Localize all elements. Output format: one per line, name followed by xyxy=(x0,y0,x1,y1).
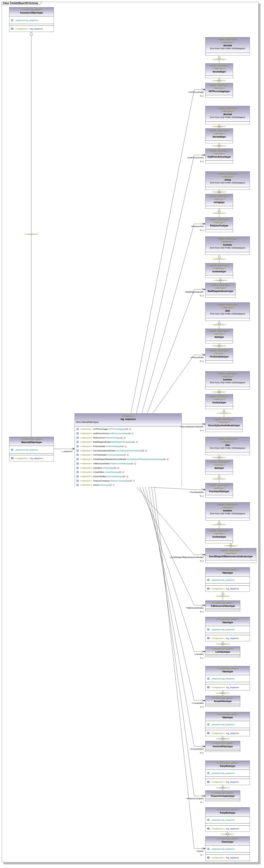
association-diamond xyxy=(203,554,205,556)
element-multiplicity: [0..1] xyxy=(124,454,129,456)
class-invoicedvaluetype[interactable]: <<complexType, global>>InvoicedValuetype xyxy=(205,741,240,752)
class-firstusedatetype[interactable]: <<global, simpleType>><<dataType>>FirstU… xyxy=(205,348,233,363)
class-insuranceobjecttype[interactable]: <<complexType, global>> InsuranceObjectt… xyxy=(9,7,54,32)
operation-stereotype: <<sequence>> xyxy=(211,686,225,688)
class-header: <<global, simpleType>><<dataType>>FirstU… xyxy=(205,348,233,360)
class-stringtype[interactable]: <<global, simpleType>><<dataType>>string… xyxy=(205,194,233,209)
class-badshapeindicatortype[interactable]: <<global, simpleType>><<dataType>>BadSha… xyxy=(205,283,236,298)
stereotype-label: <<global, simpleType>> xyxy=(205,461,233,464)
class-header: <<global, simpleType>><<dataType>>GoodSh… xyxy=(205,548,256,560)
class-mg-sequence[interactable]: <<sequence>> mg_sequence (from MaterialO… xyxy=(75,413,182,486)
class-name: Valuetype xyxy=(205,716,250,719)
class-datetype[interactable]: <<global, simpleType>><<dataType>>datety… xyxy=(205,460,233,474)
element-name: Owner xyxy=(93,484,99,486)
class-boolean[interactable]: <<global, simpleType>><<dataType>>boolea… xyxy=(205,237,250,255)
class-goodshapeofmaintenanceindicatortype[interactable]: <<global, simpleType>><<dataType>>GoodSh… xyxy=(205,548,256,563)
relation-label: <<restriction>> xyxy=(212,125,226,128)
stereotype-label: <<complexType, global>> xyxy=(205,618,250,621)
empty-compartment xyxy=(9,453,54,455)
operation-compartment xyxy=(205,656,240,657)
class-date[interactable]: <<global, simpleType>><<dataType>>date(f… xyxy=(205,437,250,455)
attribute-icon xyxy=(207,772,209,774)
element-multiplicity: [0..1] xyxy=(124,475,128,477)
class-purchasedatetype[interactable]: <<global, simpleType>><<dataType>>Purcha… xyxy=(205,483,233,498)
stereotype-label: <<dataType>> xyxy=(205,110,250,113)
class-tobeinsuredvaluetype[interactable]: <<complexType, global>>ToBeInsuredValuet… xyxy=(205,600,240,612)
class-financecompanytype[interactable]: <<complexType, global>>FinanceCompanytyp… xyxy=(205,790,240,801)
class-header: <<global, simpleType>><<dataType>>decima… xyxy=(205,129,233,141)
empty-compartment xyxy=(205,95,233,98)
association-label: +ListValue xyxy=(149,653,204,655)
class-date[interactable]: <<global, simpleType>><<dataType>>date(f… xyxy=(205,303,250,321)
attribute-text: _sequence:mg_sequence xyxy=(211,628,235,631)
class-name: booleantype xyxy=(205,535,233,538)
class-vatpercentagetype[interactable]: <<global, simpleType>><<dataType>>VATPer… xyxy=(205,83,233,98)
class-decimaltype[interactable]: <<global, simpleType>><<dataType>>decima… xyxy=(205,63,233,78)
empty-compartment xyxy=(205,633,250,635)
class-partyroletype[interactable]: <<complexType, global>>PartyRoletype_seq… xyxy=(205,807,250,832)
operations-icon xyxy=(207,781,209,783)
class-actualvaluetype[interactable]: <<complexType, global>>ActualValuetype xyxy=(205,696,240,707)
association-diamond xyxy=(203,848,205,849)
element-icon xyxy=(76,454,78,456)
element-type: FinanceCompanytype xyxy=(110,479,130,482)
class-decimal[interactable]: <<global, simpleType>><<dataType>>decima… xyxy=(205,37,250,56)
element-multiplicity: [0..1] xyxy=(121,436,125,439)
class-name: mg_sequence xyxy=(75,417,182,421)
class-decimaltype[interactable]: <<global, simpleType>><<dataType>>decima… xyxy=(205,128,233,143)
class-header: <<complexType, global>>PartyRoletype xyxy=(205,761,250,770)
attribute-icon xyxy=(207,848,209,850)
stereotype-label: <<global, simpleType>> xyxy=(205,304,250,306)
element-icon xyxy=(76,450,78,452)
class-boolean[interactable]: <<global, simpleType>><<dataType>>boolea… xyxy=(205,371,250,390)
class-ownertype[interactable]: <<complexType, global>>Ownertype_sequenc… xyxy=(205,836,250,861)
attribute-text: _sequence:mg_sequence xyxy=(14,19,38,22)
association-diamond xyxy=(203,354,205,356)
class-listvaluetype[interactable]: <<complexType, global>>ListValuetype xyxy=(205,646,240,657)
class-datetype[interactable]: <<global, simpleType>><<dataType>>datety… xyxy=(205,329,233,343)
stereotype-label: <<dataType>> xyxy=(205,287,235,289)
class-materialobjecttype[interactable]: <<complexType, global>> MaterialObjectty… xyxy=(9,437,54,461)
from-label: (from Root::XSD Profile::XSDDatatypes) xyxy=(205,116,250,119)
class-partyroletype[interactable]: <<complexType, global>>PartyRoletype_seq… xyxy=(205,761,250,785)
operation-compartment: <<sequence>>mg_sequence xyxy=(205,779,250,785)
generalization-arrowhead xyxy=(223,409,225,412)
class-valuetype[interactable]: <<complexType, global>>Valuetype_sequenc… xyxy=(205,617,250,641)
stereotype-label: <<global, simpleType>> xyxy=(205,372,250,375)
relation-label: <<extension>> xyxy=(216,692,230,694)
operation-compartment: <<sequence>>mg_sequence xyxy=(205,730,250,736)
class-riskusetexttype[interactable]: <<global, simpleType>><<dataType>>RiskUs… xyxy=(205,217,233,232)
class-valuetype[interactable]: <<complexType, global>>Valuetype_sequenc… xyxy=(205,712,250,736)
stereotype-label: <<complexType, global>> xyxy=(205,713,250,716)
class-booleantype[interactable]: <<global, simpleType>><<dataType>>boolea… xyxy=(205,528,233,543)
class-valuetype[interactable]: <<complexType, global>>Valuetype_sequenc… xyxy=(205,567,250,592)
association-diamond xyxy=(203,89,205,90)
class-boolean[interactable]: <<global, simpleType>><<dataType>>boolea… xyxy=(205,502,250,521)
stereotype-label: <<global, simpleType>> xyxy=(205,284,235,287)
from-label: (from Root::XSD Profile::XSDDatatypes) xyxy=(205,512,250,515)
class-decimal[interactable]: <<global, simpleType>><<dataType>>decima… xyxy=(205,106,250,124)
class-header: <<global, simpleType>><<dataType>>date(f… xyxy=(205,437,250,452)
element-row: <<element>>GoodShapeOfMaintenanceIndicat… xyxy=(75,457,182,461)
class-unitpriceamounttype[interactable]: <<global, simpleType>><<dataType>>UnitPr… xyxy=(205,149,233,163)
stereotype-label: <<dataType>> xyxy=(205,221,233,224)
stereotype-label: <<global, simpleType>> xyxy=(205,530,233,532)
association-label: +PurchaseDate xyxy=(149,491,204,494)
element-multiplicity: [0..1] xyxy=(120,471,124,473)
element-stereotype: <<element>> xyxy=(80,432,92,435)
stereotype-label: <<dataType>> xyxy=(205,87,233,90)
operation-compartment xyxy=(205,610,240,611)
element-icon xyxy=(76,463,78,464)
class-header: <<global, simpleType>><<dataType>>boolea… xyxy=(205,264,233,275)
class-booleantype[interactable]: <<global, simpleType>><<dataType>>boolea… xyxy=(205,394,233,409)
class-valuetype[interactable]: <<complexType, global>>Valuetype_sequenc… xyxy=(205,666,250,690)
class-booleantype[interactable]: <<global, simpleType>><<dataType>>boolea… xyxy=(205,263,233,278)
frame-shadow-bottom xyxy=(3,863,261,865)
class-header: <<global, simpleType>><<dataType>>datety… xyxy=(205,329,233,341)
class-string[interactable]: <<global, simpleType>><<dataType>>string… xyxy=(205,172,250,190)
element-name: ToBeInsuredValue xyxy=(93,462,110,465)
class-securitysystemindicatortype[interactable]: <<global, simpleType>><<dataType>>Securi… xyxy=(205,417,243,432)
association-arrowhead xyxy=(202,88,204,91)
association-diamond xyxy=(203,651,205,652)
stereotype-label: <<global, simpleType>> xyxy=(205,503,250,506)
